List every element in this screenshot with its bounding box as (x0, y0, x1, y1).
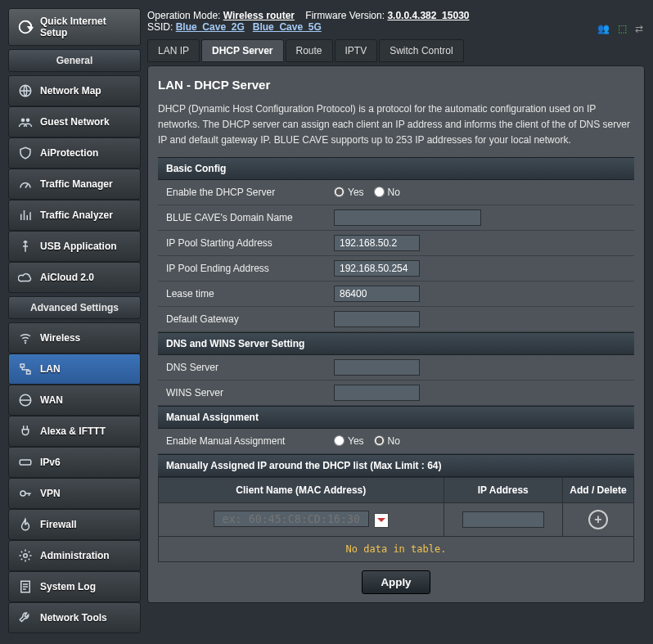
general-item-label: Traffic Manager (40, 178, 113, 190)
general-item-usb-application[interactable]: USB Application (8, 231, 141, 262)
advanced-section-title: Advanced Settings (8, 296, 141, 319)
enable-dhcp-label: Enable the DHCP Server (158, 180, 326, 205)
usb-status-icon[interactable]: ⇄ (635, 23, 643, 34)
ssid-2g-link[interactable]: Blue_Cave_2G (176, 21, 245, 33)
advanced-item-label: System Log (40, 581, 96, 592)
link-status-icon[interactable]: ⬚ (618, 23, 627, 34)
bars-icon (17, 207, 34, 223)
op-mode-link[interactable]: Wireless router (223, 10, 295, 21)
advanced-item-ipv6[interactable]: IPv6 (8, 447, 141, 478)
op-mode-label: Operation Mode: (147, 10, 220, 21)
enable-dhcp-no-radio[interactable] (374, 187, 385, 197)
svg-point-10 (24, 554, 28, 558)
svg-rect-8 (20, 460, 31, 465)
dns-server-label: DNS Server (158, 355, 326, 380)
dns-section-header: DNS and WINS Server Setting (158, 332, 634, 355)
tab-route[interactable]: Route (286, 39, 333, 62)
advanced-item-wireless[interactable]: Wireless (8, 322, 141, 354)
log-icon (17, 579, 34, 595)
add-entry-button[interactable]: + (588, 510, 608, 529)
svg-point-3 (26, 119, 30, 123)
advanced-item-vpn[interactable]: VPN (8, 478, 141, 509)
general-item-label: Guest Network (40, 116, 110, 128)
general-section-title: General (8, 49, 141, 72)
advanced-item-system-log[interactable]: System Log (8, 571, 141, 602)
basic-config-header: Basic Config (158, 157, 634, 180)
advanced-item-wan[interactable]: WAN (8, 385, 141, 416)
general-item-traffic-analyzer[interactable]: Traffic Analyzer (8, 200, 141, 231)
tab-iptv[interactable]: IPTV (335, 39, 378, 62)
advanced-item-label: Network Tools (40, 612, 107, 624)
fw-label: Firmware Version: (305, 10, 385, 21)
ssid-5g-link[interactable]: Blue_Cave_5G (253, 21, 322, 33)
advanced-item-administration[interactable]: Administration (8, 540, 141, 571)
advanced-item-firewall[interactable]: Firewall (8, 509, 141, 540)
mac-address-input[interactable] (214, 511, 369, 527)
general-item-guest-network[interactable]: Guest Network (8, 106, 141, 137)
wifi-icon (17, 330, 34, 346)
general-item-label: USB Application (40, 241, 117, 252)
enable-dhcp-yes-radio[interactable] (334, 187, 345, 197)
manual-ip-input[interactable] (462, 511, 544, 528)
advanced-item-network-tools[interactable]: Network Tools (8, 602, 141, 633)
users-icon[interactable]: 👥 (597, 23, 610, 34)
lease-time-input[interactable] (334, 286, 420, 302)
qis-line1: Quick Internet (40, 16, 106, 27)
quick-internet-setup[interactable]: Quick Internet Setup (8, 8, 141, 46)
mac-dropdown-button[interactable] (374, 513, 389, 528)
gateway-label: Default Gateway (158, 307, 326, 331)
general-item-label: AiCloud 2.0 (40, 272, 94, 283)
add-col-header: Add / Delete (562, 477, 633, 502)
general-item-traffic-manager[interactable]: Traffic Manager (8, 169, 141, 200)
tab-switch-control[interactable]: Switch Control (379, 39, 463, 62)
advanced-item-label: Wireless (40, 332, 80, 344)
fw-link[interactable]: 3.0.0.4.382_15030 (387, 10, 469, 21)
advanced-item-label: VPN (40, 488, 61, 499)
dns-server-input[interactable] (334, 359, 420, 376)
general-item-aiprotection[interactable]: AiProtection (8, 137, 141, 169)
pool-start-label: IP Pool Starting Address (158, 231, 326, 255)
dhcp-list-header: Manually Assigned IP around the DHCP lis… (158, 454, 634, 477)
advanced-item-label: Administration (40, 550, 110, 561)
svg-point-4 (25, 342, 26, 344)
domain-name-label: BLUE CAVE's Domain Name (158, 205, 326, 230)
svg-rect-5 (20, 364, 25, 367)
advanced-item-lan[interactable]: LAN (8, 354, 141, 385)
gear-icon (17, 547, 34, 564)
usb-icon (17, 238, 34, 254)
gateway-input[interactable] (334, 311, 420, 327)
svg-point-2 (21, 119, 25, 123)
general-item-label: AiProtection (40, 147, 98, 159)
enable-manual-yes-radio[interactable] (334, 435, 345, 446)
advanced-item-alexa-ifttt[interactable]: Alexa & IFTTT (8, 416, 141, 447)
plug-icon (17, 423, 34, 439)
wins-server-input[interactable] (334, 385, 420, 401)
svg-rect-6 (27, 371, 31, 374)
enable-manual-no-radio[interactable] (374, 435, 385, 446)
tab-dhcp-server[interactable]: DHCP Server (201, 39, 283, 62)
ipv6-icon (17, 454, 34, 471)
general-item-label: Traffic Analyzer (40, 209, 113, 221)
no-data-message: No data in table. (159, 536, 634, 561)
qis-line2: Setup (40, 27, 106, 38)
gauge-icon (17, 176, 34, 192)
advanced-item-label: Alexa & IFTTT (40, 426, 106, 437)
ssid-label: SSID: (147, 21, 173, 33)
shield-icon (17, 145, 34, 161)
tab-lan-ip[interactable]: LAN IP (147, 39, 200, 62)
pool-end-input[interactable] (334, 260, 420, 277)
general-item-aicloud-2-0[interactable]: AiCloud 2.0 (8, 262, 141, 293)
general-item-network-map[interactable]: Network Map (8, 75, 141, 106)
tools-icon (17, 610, 34, 626)
globe-icon (17, 83, 34, 99)
domain-name-input[interactable] (334, 209, 481, 226)
apply-button[interactable]: Apply (362, 570, 430, 594)
pool-end-label: IP Pool Ending Address (158, 256, 326, 281)
qis-icon (16, 17, 35, 37)
advanced-item-label: IPv6 (40, 457, 61, 468)
lan-icon (17, 361, 34, 377)
lease-time-label: Lease time (158, 281, 326, 306)
pool-start-input[interactable] (334, 235, 420, 251)
advanced-item-label: WAN (40, 394, 63, 406)
advanced-item-label: Firewall (40, 519, 77, 530)
